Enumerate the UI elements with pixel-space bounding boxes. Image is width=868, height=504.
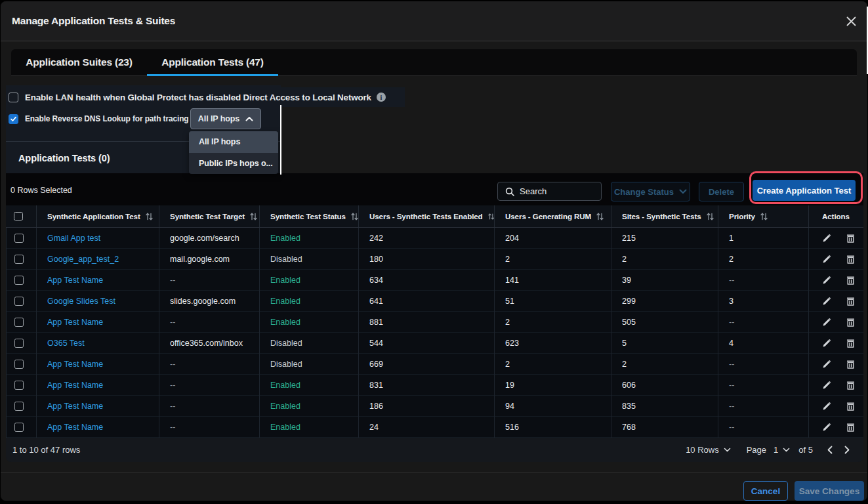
delete-icon[interactable] [846,255,855,264]
edit-icon[interactable] [822,297,831,306]
row-checkbox[interactable] [14,339,24,348]
delete-icon[interactable] [846,381,855,390]
search-input[interactable]: Search [497,182,602,201]
page-number-select[interactable]: 1 [774,445,790,455]
test-target: -- [170,381,175,390]
tab-application-tests[interactable]: Application Tests (47) [147,49,278,75]
reverse-dns-checkbox[interactable] [9,114,18,124]
column-header[interactable]: Synthetic Application Test [36,205,159,227]
row-checkbox[interactable] [14,360,24,369]
create-application-test-button[interactable]: Create Application Test [753,180,856,201]
previous-page-button[interactable] [821,446,838,454]
users-generating-rum: 516 [505,423,519,432]
delete-icon[interactable] [846,318,855,327]
row-checkbox[interactable] [14,318,24,327]
sites-synthetic-tests: 2 [622,360,627,369]
save-changes-button[interactable]: Save Changes [795,481,864,501]
rows-per-page-select[interactable]: 10 Rows [686,445,731,455]
users-generating-rum: 204 [505,234,519,243]
delete-icon[interactable] [846,423,855,432]
lan-health-checkbox[interactable] [9,93,18,102]
sort-icon [250,213,257,220]
next-page-button[interactable] [838,446,856,454]
row-checkbox[interactable] [14,423,24,432]
search-icon [505,187,514,196]
info-icon[interactable]: i [377,93,386,102]
test-name-link[interactable]: App Test Name [47,381,103,390]
edit-icon[interactable] [822,318,831,327]
ip-hops-menu-item[interactable]: All IP hops [189,131,278,153]
ip-hops-menu-item[interactable]: Public IPs hops o... [189,153,278,175]
column-header[interactable]: Users - Synthetic Tests Enabled [358,205,494,227]
test-name-link[interactable]: Gmail App test [47,234,100,243]
row-checkbox[interactable] [14,381,24,390]
column-header-label: Synthetic Test Target [170,212,245,220]
test-name-link[interactable]: App Test Name [47,360,103,369]
test-name-link[interactable]: App Test Name [47,276,103,285]
users-synthetic-tests-enabled: 669 [369,360,383,369]
tab-bar: Application Suites (23) Application Test… [11,49,857,76]
delete-icon[interactable] [846,276,855,285]
select-all-checkbox[interactable] [14,212,23,221]
table-row: O365 Testoffice365.com/inboxDisabled5446… [6,333,863,354]
table-toolbar: 0 Rows Selected Search Change Status Del… [1,173,867,205]
row-checkbox[interactable] [14,276,24,285]
column-header: Actions [808,205,863,227]
edit-icon[interactable] [822,360,831,369]
test-status: Enabled [270,402,300,411]
delete-icon[interactable] [846,234,855,243]
column-header[interactable]: Priority [718,205,808,227]
tab-application-tests-label: Application Tests (47) [161,56,264,68]
edit-icon[interactable] [822,402,831,411]
delete-icon[interactable] [846,360,855,369]
test-name-link[interactable]: App Test Name [47,318,103,327]
row-checkbox[interactable] [14,234,24,243]
change-status-button[interactable]: Change Status [611,182,690,201]
column-header[interactable]: Synthetic Test Target [159,205,259,227]
test-name-link[interactable]: Google Slides Test [47,297,115,306]
users-generating-rum: 51 [505,297,514,306]
table-row: App Test Name--Enabled18694835-- [6,396,863,417]
panel-scrollbar [280,105,281,175]
test-name-link[interactable]: App Test Name [47,423,103,432]
users-synthetic-tests-enabled: 242 [369,234,383,243]
column-header[interactable]: Users - Generating RUM [494,205,611,227]
row-checkbox[interactable] [14,255,24,264]
ip-hops-dropdown-value: All IP hops [198,114,239,123]
table-body: Gmail App testgoogle.com/searchEnabled24… [6,228,863,438]
close-icon[interactable] [843,13,859,29]
cancel-button[interactable]: Cancel [743,481,788,501]
test-name-link[interactable]: Google_app_test_2 [47,255,119,264]
row-checkbox[interactable] [14,297,24,306]
table-row: Google_app_test_2mail.google.comDisabled… [6,249,863,270]
edit-icon[interactable] [822,423,831,432]
edit-icon[interactable] [822,234,831,243]
edit-icon[interactable] [822,339,831,348]
sites-synthetic-tests: 505 [622,318,636,327]
lan-health-option-row: Enable LAN health when Global Protect ha… [9,89,386,105]
edit-icon[interactable] [822,276,831,285]
manage-application-tests-modal-screen: Manage Application Tests & Suites Applic… [0,0,868,504]
tab-application-suites[interactable]: Application Suites (23) [11,49,147,75]
ip-hops-dropdown[interactable]: All IP hops [190,108,261,129]
table-row: App Test Name--Enabled24516768-- [6,417,863,438]
test-name-link[interactable]: O365 Test [47,339,85,348]
row-checkbox[interactable] [14,402,24,411]
users-synthetic-tests-enabled: 544 [369,339,383,348]
test-name-link[interactable]: App Test Name [47,402,103,411]
edit-icon[interactable] [822,381,831,390]
edit-icon[interactable] [822,255,831,264]
delete-icon[interactable] [846,297,855,306]
priority-value: -- [729,423,734,432]
delete-icon[interactable] [846,339,855,348]
column-header[interactable]: Sites - Synthetic Tests [611,205,718,227]
priority-value: -- [729,276,734,285]
delete-icon[interactable] [846,402,855,411]
users-synthetic-tests-enabled: 831 [369,381,383,390]
column-header-label: Priority [729,212,755,220]
delete-button[interactable]: Delete [699,182,744,201]
column-header[interactable]: Synthetic Test Status [259,205,358,227]
users-generating-rum: 19 [505,381,514,390]
sort-icon [760,213,768,220]
test-target: -- [170,360,175,369]
